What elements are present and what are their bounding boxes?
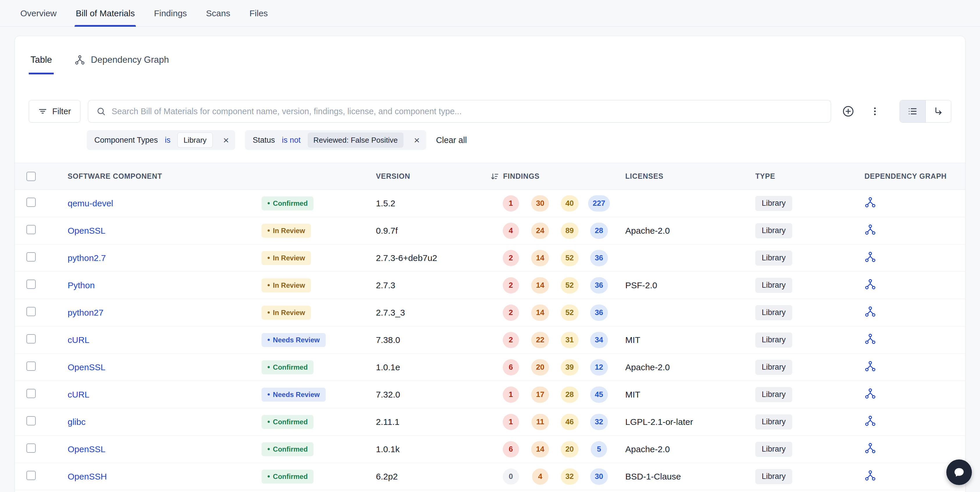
table-row[interactable]: OpenSSL Confirmed 1.0.1e 6203912 Apache-… xyxy=(15,354,965,381)
open-dependency-graph-icon[interactable] xyxy=(864,333,876,345)
table-row[interactable]: Python In Review 2.7.3 2145236 PSF-2.0 L… xyxy=(15,272,965,299)
row-checkbox[interactable] xyxy=(26,334,36,343)
component-name-link[interactable]: cURL xyxy=(68,335,89,345)
column-type[interactable]: TYPE xyxy=(744,172,853,181)
row-checkbox[interactable] xyxy=(26,416,36,425)
component-version: 1.0.1k xyxy=(364,444,479,454)
chat-launcher-button[interactable] xyxy=(946,460,972,485)
tab-files[interactable]: Files xyxy=(249,0,268,26)
tab-bill-of-materials[interactable]: Bill of Materials xyxy=(76,0,135,26)
column-findings[interactable]: FINDINGS xyxy=(479,172,614,181)
component-name-cell: OpenSSL xyxy=(56,226,250,236)
column-software-component[interactable]: SOFTWARE COMPONENT xyxy=(56,172,364,181)
component-license: MIT xyxy=(614,390,744,399)
table-row[interactable]: python2.7 In Review 2.7.3-6+deb7u2 21452… xyxy=(15,244,965,272)
bom-table: SOFTWARE COMPONENT VERSION FINDINGS LICE… xyxy=(15,163,965,490)
open-dependency-graph-icon[interactable] xyxy=(864,278,876,290)
findings-cell: 2145236 xyxy=(479,277,614,294)
filter-button[interactable]: Filter xyxy=(29,100,80,123)
filter-icon xyxy=(38,107,47,116)
status-badge-label: In Review xyxy=(273,254,305,262)
remove-filter-icon[interactable]: × xyxy=(220,135,232,145)
table-row[interactable]: OpenSSL Confirmed 1.0.1k 614205 Apache-2… xyxy=(15,436,965,463)
finding-slot-high: 11 xyxy=(525,414,555,430)
component-name-link[interactable]: OpenSSL xyxy=(68,444,105,454)
flat-list-view-button[interactable] xyxy=(900,100,926,122)
active-filters: Component Types is Library × Status is n… xyxy=(87,130,951,150)
table-row[interactable]: python27 In Review 2.7.3_3 2145236 Libra… xyxy=(15,299,965,326)
component-name-link[interactable]: qemu-devel xyxy=(68,198,113,208)
open-dependency-graph-icon[interactable] xyxy=(864,360,876,372)
component-name-link[interactable]: OpenSSL xyxy=(68,226,105,235)
finding-count-high: 30 xyxy=(531,195,549,212)
column-licenses[interactable]: LICENSES xyxy=(614,172,744,181)
finding-count-low: 227 xyxy=(588,195,610,212)
row-checkbox[interactable] xyxy=(26,225,36,234)
filter-value[interactable]: Reviewed: False Positive xyxy=(308,133,404,148)
open-dependency-graph-icon[interactable] xyxy=(864,442,876,454)
open-dependency-graph-icon[interactable] xyxy=(864,196,876,208)
filter-operator[interactable]: is xyxy=(165,136,171,145)
filter-field[interactable]: Component Types xyxy=(94,136,158,145)
open-dependency-graph-icon[interactable] xyxy=(864,415,876,427)
open-dependency-graph-icon[interactable] xyxy=(864,224,876,235)
finding-slot-medium: 89 xyxy=(555,223,584,239)
component-name-link[interactable]: python27 xyxy=(68,308,103,317)
row-checkbox[interactable] xyxy=(26,471,36,480)
filter-value[interactable]: Library xyxy=(177,133,213,148)
status-cell: In Review xyxy=(250,278,364,292)
findings-cell: 1172845 xyxy=(479,387,614,403)
open-dependency-graph-icon[interactable] xyxy=(864,251,876,263)
component-name-link[interactable]: python2.7 xyxy=(68,253,106,263)
column-dependency-graph[interactable]: DEPENDENCY GRAPH xyxy=(853,172,965,181)
open-dependency-graph-icon[interactable] xyxy=(864,306,876,317)
filter-operator[interactable]: is not xyxy=(282,136,301,145)
open-dependency-graph-icon[interactable] xyxy=(864,470,876,481)
remove-filter-icon[interactable]: × xyxy=(410,135,423,145)
component-name-cell: Python xyxy=(56,280,250,290)
chat-bubble-icon xyxy=(953,466,965,478)
row-checkbox[interactable] xyxy=(26,252,36,262)
component-license: Apache-2.0 xyxy=(614,226,744,236)
status-badge: Confirmed xyxy=(261,442,313,456)
row-checkbox[interactable] xyxy=(26,198,36,207)
row-checkbox[interactable] xyxy=(26,444,36,453)
row-checkbox[interactable] xyxy=(26,389,36,398)
component-name-link[interactable]: Python xyxy=(68,280,95,290)
more-options-button[interactable] xyxy=(865,102,885,121)
status-badge: Needs Review xyxy=(261,333,326,347)
finding-slot-low: 5 xyxy=(584,441,614,457)
status-cell: Confirmed xyxy=(250,442,364,456)
component-name-link[interactable]: OpenSSL xyxy=(68,363,105,372)
table-row[interactable]: OpenSSH Confirmed 6.2p2 043230 BSD-1-Cla… xyxy=(15,463,965,490)
dependency-graph-icon xyxy=(75,54,85,65)
tab-overview[interactable]: Overview xyxy=(20,0,57,26)
view-tab-table[interactable]: Table xyxy=(29,54,54,74)
filter-field[interactable]: Status xyxy=(253,136,275,145)
table-row[interactable]: cURL Needs Review 7.32.0 1172845 MIT Lib… xyxy=(15,381,965,408)
open-dependency-graph-icon[interactable] xyxy=(864,388,876,399)
select-all-checkbox[interactable] xyxy=(26,172,36,181)
nested-tree-view-button[interactable] xyxy=(926,100,951,122)
table-row[interactable]: qemu-devel Confirmed 1.5.2 13040227 Libr… xyxy=(15,190,965,217)
tab-scans[interactable]: Scans xyxy=(206,0,230,26)
component-name-link[interactable]: cURL xyxy=(68,390,89,399)
table-row[interactable]: cURL Needs Review 7.38.0 2223134 MIT Lib… xyxy=(15,326,965,354)
search-input[interactable] xyxy=(111,107,822,116)
view-tab-dependency-graph[interactable]: Dependency Graph xyxy=(73,54,171,74)
column-version[interactable]: VERSION xyxy=(364,172,479,181)
finding-slot-low: 36 xyxy=(584,305,614,321)
row-checkbox[interactable] xyxy=(26,307,36,316)
component-name-link[interactable]: glibc xyxy=(68,417,86,427)
component-name-link[interactable]: OpenSSH xyxy=(68,472,107,481)
tab-findings[interactable]: Findings xyxy=(154,0,187,26)
table-row[interactable]: OpenSSL In Review 0.9.7f 4248928 Apache-… xyxy=(15,217,965,244)
finding-slot-medium: 32 xyxy=(555,468,584,485)
clear-all-filters-button[interactable]: Clear all xyxy=(436,136,467,145)
row-checkbox[interactable] xyxy=(26,280,36,289)
finding-slot-critical: 2 xyxy=(496,250,525,266)
status-badge-label: In Review xyxy=(273,308,305,317)
add-button[interactable] xyxy=(838,102,858,121)
row-checkbox[interactable] xyxy=(26,361,36,371)
table-row[interactable]: glibc Confirmed 2.11.1 1114632 LGPL-2.1-… xyxy=(15,408,965,436)
